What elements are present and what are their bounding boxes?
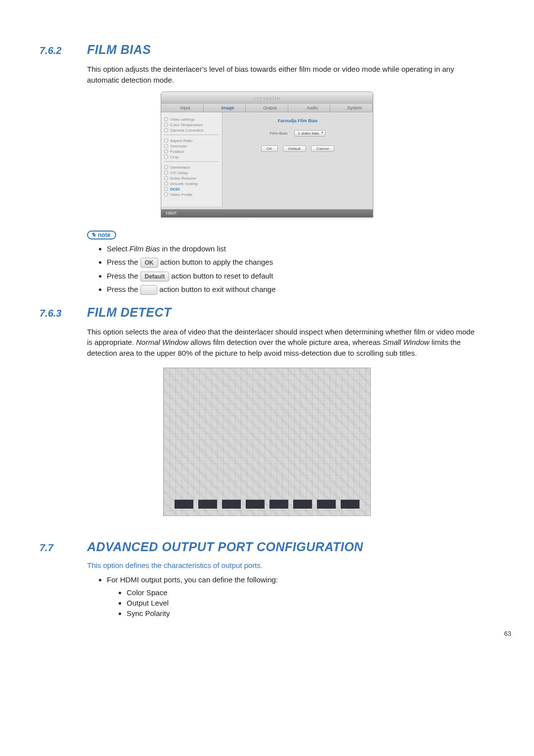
app-brand: crystalio (161, 92, 373, 104)
sidebar-item-yc-delay[interactable]: Y/C Delay (164, 170, 219, 176)
sidebar-item-label: Smooth Scaling (170, 182, 198, 186)
panel-buttons: OK Default Cancel (227, 145, 368, 152)
pixel-bottom-bar (164, 500, 370, 509)
app-window: crystalio Input Image Output Audio Syste… (161, 92, 373, 218)
hdmi-sub-item: Output Level (127, 599, 494, 607)
sidebar-item-label: Deinterlace (170, 165, 190, 170)
note-bullet: Select Film Bias in the dropdown list (107, 243, 475, 255)
note-bullet: Press the Default action button to reset… (107, 271, 475, 282)
film-bias-label: Film Bias (270, 131, 288, 136)
hdmi-sub-item: Color Space (127, 588, 494, 597)
radio-icon (164, 171, 168, 175)
section-number: 7.7 (40, 542, 76, 554)
adjust-pixel-image (163, 368, 371, 516)
embedded-ui-screenshot: crystalio Input Image Output Audio Syste… (40, 92, 494, 218)
sidebar-item-noise-reducer[interactable]: Noise Reducer (164, 176, 219, 181)
sidebar-item-video-profile[interactable]: Video Profile (164, 192, 219, 197)
sidebar-item-crop[interactable]: Crop (164, 154, 219, 160)
hdmi-sub-item: Sync Polarity (127, 609, 494, 617)
sidebar-item-dcdi[interactable]: DCDi (164, 187, 219, 192)
section-title: ADVANCED OUTPUT PORT CONFIGURATION (87, 540, 363, 554)
section-title: FILM BIAS (87, 43, 151, 57)
section-number: 7.6.3 (40, 308, 76, 319)
sidebar-item-label: Position (170, 149, 184, 154)
note-bullet: Press the action button to exit without … (107, 284, 475, 295)
radio-icon (164, 139, 168, 142)
sidebar-item-color-temperature[interactable]: Color Temperature (164, 122, 219, 128)
sidebar-item-label: Aspect Ratio (170, 139, 192, 143)
tab-label: Audio (307, 105, 318, 110)
hdmi-lead: For HDMI output ports, you can define th… (107, 574, 475, 586)
pixel-noise (164, 368, 370, 516)
sidebar-item-label: Gamma Correction (170, 128, 204, 133)
sidebar-item-label: Video settings (170, 117, 195, 122)
image-icon (215, 105, 220, 109)
radio-icon (164, 182, 168, 186)
panel-title: Faroudja Film Bias (227, 118, 368, 123)
body-paragraph-762: This option adjusts the deinterlacer's l… (87, 64, 475, 86)
settings-panel: Faroudja Film Bias Film Bias 1 video bia… (222, 112, 373, 206)
blank-inline-button (140, 285, 158, 295)
adjust-image-wrap (40, 365, 494, 531)
cancel-button[interactable]: Cancel (311, 145, 334, 152)
radio-icon (164, 176, 168, 180)
sidebar-group-3: Deinterlace Y/C Delay Noise Reducer Smoo… (164, 163, 219, 199)
note-bullet-list: Select Film Bias in the dropdown list Pr… (107, 243, 475, 295)
section-title: FILM DETECT (87, 305, 172, 320)
input-icon (174, 105, 179, 109)
sidebar-item-aspect-ratio[interactable]: Aspect Ratio (164, 138, 219, 143)
sidebar-item-label: Crop (170, 155, 178, 159)
tab-output[interactable]: Output (246, 104, 288, 112)
radio-icon (164, 165, 168, 169)
section-heading-77: 7.7 ADVANCED OUTPUT PORT CONFIGURATION (40, 540, 494, 554)
default-button[interactable]: Default (283, 145, 306, 152)
radio-icon (164, 155, 168, 159)
hdmi-list: For HDMI output ports, you can define th… (107, 574, 475, 586)
radio-icon (164, 192, 168, 196)
tab-system[interactable]: System (330, 104, 373, 112)
hdmi-sublist: Color Space Output Level Sync Polarity (127, 588, 494, 617)
sidebar-item-deinterlace[interactable]: Deinterlace (164, 165, 219, 170)
body-paragraph-763: This option selects the area of video th… (87, 327, 475, 359)
main-tabs: Input Image Output Audio System (161, 104, 373, 112)
section-77-subtitle: This option defines the characteristics … (87, 561, 475, 569)
default-inline-button: Default (140, 272, 170, 282)
pencil-icon: ✎ (91, 232, 96, 238)
film-bias-select[interactable]: 1 video bias (294, 130, 325, 137)
settings-sidebar: Video settings Color Temperature Gamma C… (161, 112, 222, 206)
radio-icon (164, 123, 168, 127)
ok-inline-button: OK (140, 258, 158, 268)
sidebar-item-label: DCDi (170, 187, 180, 191)
radio-icon (164, 149, 168, 153)
radio-icon (164, 187, 168, 191)
sidebar-item-video-settings[interactable]: Video settings (164, 117, 219, 122)
note-label: note (98, 232, 110, 238)
sidebar-item-overscan[interactable]: Overscan (164, 143, 219, 149)
tab-label: Input (180, 105, 190, 110)
app-main: Video settings Color Temperature Gamma C… (161, 112, 373, 206)
audio-icon (300, 105, 305, 109)
film-bias-row: Film Bias 1 video bias (227, 130, 368, 137)
tab-audio[interactable]: Audio (288, 104, 331, 112)
radio-icon (164, 144, 168, 148)
sidebar-item-gamma-correction[interactable]: Gamma Correction (164, 128, 219, 133)
radio-icon (164, 128, 168, 132)
sidebar-item-smooth-scaling[interactable]: Smooth Scaling (164, 181, 219, 187)
tab-label: System (347, 105, 362, 110)
sidebar-group-2: Aspect Ratio Overscan Position Crop (164, 137, 219, 162)
sidebar-item-label: Y/C Delay (170, 171, 188, 175)
tab-input[interactable]: Input (161, 104, 204, 112)
sidebar-item-label: Noise Reducer (170, 176, 196, 181)
note-badge: ✎note (87, 231, 116, 239)
output-icon (257, 105, 262, 109)
sidebar-group-1: Video settings Color Temperature Gamma C… (164, 115, 219, 135)
tab-image[interactable]: Image (204, 104, 246, 112)
section-number: 7.6.2 (40, 45, 76, 56)
sidebar-item-label: Color Temperature (170, 123, 203, 127)
sidebar-item-label: Overscan (170, 144, 187, 148)
tab-label: Image (221, 105, 234, 110)
ok-button[interactable]: OK (261, 145, 278, 152)
tab-label: Output (263, 105, 276, 110)
radio-icon (164, 117, 168, 121)
sidebar-item-position[interactable]: Position (164, 149, 219, 154)
